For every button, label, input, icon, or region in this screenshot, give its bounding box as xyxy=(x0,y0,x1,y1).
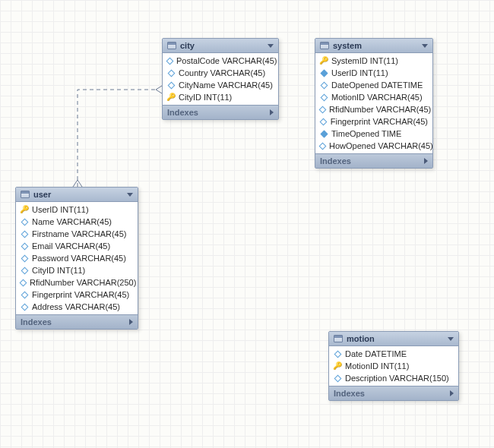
column-label: TimeOpened TIME xyxy=(331,129,401,138)
column-row[interactable]: 🔑UserID INT(11) xyxy=(16,203,138,216)
indexes-label: Indexes xyxy=(334,389,365,398)
table-icon xyxy=(21,191,30,198)
column-icon xyxy=(21,244,28,249)
column-label: MotionID VARCHAR(45) xyxy=(331,93,423,102)
column-label: PostalCode VARCHAR(45) xyxy=(176,56,277,65)
column-icon xyxy=(167,83,175,88)
column-icon xyxy=(167,58,173,64)
column-row[interactable]: 🔑SystemID INT(11) xyxy=(315,55,432,67)
collapse-icon[interactable] xyxy=(448,337,454,341)
column-label: RfidNumber VARCHAR(45) xyxy=(329,105,431,114)
column-label: UserID INT(11) xyxy=(32,205,89,214)
foreign-key-icon xyxy=(320,131,328,137)
collapse-icon[interactable] xyxy=(268,44,274,48)
indexes-section[interactable]: Indexes xyxy=(16,314,138,329)
column-icon xyxy=(167,71,175,76)
column-label: Fingerprint VARCHAR(45) xyxy=(331,117,428,126)
entity-table-city[interactable]: cityPostalCode VARCHAR(45)Country VARCHA… xyxy=(162,38,279,120)
entity-table-user[interactable]: user🔑UserID INT(11)Name VARCHAR(45)First… xyxy=(15,187,138,330)
column-row[interactable]: HowOpened VARCHAR(45) xyxy=(315,140,432,152)
table-title: user xyxy=(33,190,51,199)
column-label: RfidNumber VARCHAR(250) xyxy=(30,278,136,287)
entity-table-system[interactable]: system🔑SystemID INT(11)UserID INT(11)Dat… xyxy=(315,38,433,169)
column-icon xyxy=(21,256,28,261)
column-row[interactable]: Country VARCHAR(45) xyxy=(163,67,278,79)
column-row[interactable]: Date DATETIME xyxy=(329,348,458,360)
columns-list: Date DATETIME🔑MotionID INT(11)Descriptio… xyxy=(329,346,458,386)
table-header[interactable]: system xyxy=(315,39,432,53)
indexes-label: Indexes xyxy=(320,156,351,166)
column-icon xyxy=(21,268,28,273)
columns-list: PostalCode VARCHAR(45)Country VARCHAR(45… xyxy=(163,53,278,105)
column-icon xyxy=(21,292,28,298)
column-label: Email VARCHAR(45) xyxy=(32,241,110,251)
column-row[interactable]: RfidNumber VARCHAR(45) xyxy=(315,103,432,115)
column-row[interactable]: CityID INT(11) xyxy=(16,264,138,276)
column-row[interactable]: UserID INT(11) xyxy=(315,67,432,79)
column-row[interactable]: Fingerprint VARCHAR(45) xyxy=(315,115,432,128)
column-label: Password VARCHAR(45) xyxy=(32,254,126,263)
column-row[interactable]: MotionID VARCHAR(45) xyxy=(315,91,432,103)
column-row[interactable]: Email VARCHAR(45) xyxy=(16,240,138,252)
table-title: system xyxy=(333,41,362,50)
column-row[interactable]: TimeOpened TIME xyxy=(315,128,432,140)
table-title: city xyxy=(180,41,195,50)
column-icon xyxy=(21,232,28,237)
column-label: CityName VARCHAR(45) xyxy=(179,80,273,90)
primary-key-icon: 🔑 xyxy=(167,93,175,101)
table-header[interactable]: city xyxy=(163,39,278,53)
table-header[interactable]: motion xyxy=(329,332,458,346)
column-label: Address VARCHAR(45) xyxy=(32,302,120,311)
column-row[interactable]: Fingerprint VARCHAR(45) xyxy=(16,289,138,301)
table-header[interactable]: user xyxy=(16,188,138,202)
column-row[interactable]: Password VARCHAR(45) xyxy=(16,252,138,264)
column-icon xyxy=(320,83,328,88)
primary-key-icon: 🔑 xyxy=(334,362,341,370)
indexes-section[interactable]: Indexes xyxy=(315,153,432,168)
column-icon xyxy=(21,280,26,286)
column-row[interactable]: 🔑MotionID INT(11) xyxy=(329,360,458,372)
column-icon xyxy=(320,144,325,149)
column-row[interactable]: Address VARCHAR(45) xyxy=(16,301,138,313)
foreign-key-icon xyxy=(320,71,328,76)
column-icon xyxy=(334,352,341,357)
column-label: MotionID INT(11) xyxy=(345,361,409,371)
columns-list: 🔑SystemID INT(11)UserID INT(11)DateOpene… xyxy=(315,53,432,153)
column-icon xyxy=(334,376,341,381)
column-label: SystemID INT(11) xyxy=(331,56,398,65)
indexes-section[interactable]: Indexes xyxy=(163,105,278,119)
columns-list: 🔑UserID INT(11)Name VARCHAR(45)Firstname… xyxy=(16,202,138,314)
table-icon xyxy=(320,42,329,49)
entity-table-motion[interactable]: motionDate DATETIME🔑MotionID INT(11)Desc… xyxy=(328,331,459,401)
collapse-icon[interactable] xyxy=(127,193,133,197)
table-title: motion xyxy=(347,334,375,343)
column-label: UserID INT(11) xyxy=(331,68,388,77)
column-row[interactable]: DateOpened DATETIME xyxy=(315,79,432,91)
column-row[interactable]: Description VARCHAR(150) xyxy=(329,372,458,384)
column-row[interactable]: 🔑CityID INT(11) xyxy=(163,91,278,103)
table-icon xyxy=(167,42,176,49)
expand-icon[interactable] xyxy=(270,109,274,115)
column-row[interactable]: RfidNumber VARCHAR(250) xyxy=(16,276,138,289)
column-label: HowOpened VARCHAR(45) xyxy=(329,141,433,150)
expand-icon[interactable] xyxy=(450,390,454,396)
indexes-section[interactable]: Indexes xyxy=(329,386,458,400)
indexes-label: Indexes xyxy=(21,317,52,327)
column-row[interactable]: Firstname VARCHAR(45) xyxy=(16,228,138,240)
column-label: Name VARCHAR(45) xyxy=(32,217,112,226)
collapse-icon[interactable] xyxy=(422,44,428,48)
column-icon xyxy=(320,107,325,112)
indexes-label: Indexes xyxy=(167,108,198,117)
column-label: Description VARCHAR(150) xyxy=(345,374,449,383)
expand-icon[interactable] xyxy=(129,319,133,325)
primary-key-icon: 🔑 xyxy=(21,206,28,213)
column-row[interactable]: CityName VARCHAR(45) xyxy=(163,79,278,91)
column-label: CityID INT(11) xyxy=(179,93,232,102)
table-icon xyxy=(334,335,343,342)
column-icon xyxy=(320,95,328,100)
column-row[interactable]: Name VARCHAR(45) xyxy=(16,216,138,228)
expand-icon[interactable] xyxy=(424,158,428,164)
column-label: Firstname VARCHAR(45) xyxy=(32,229,127,238)
column-row[interactable]: PostalCode VARCHAR(45) xyxy=(163,55,278,67)
column-label: Country VARCHAR(45) xyxy=(179,68,265,77)
